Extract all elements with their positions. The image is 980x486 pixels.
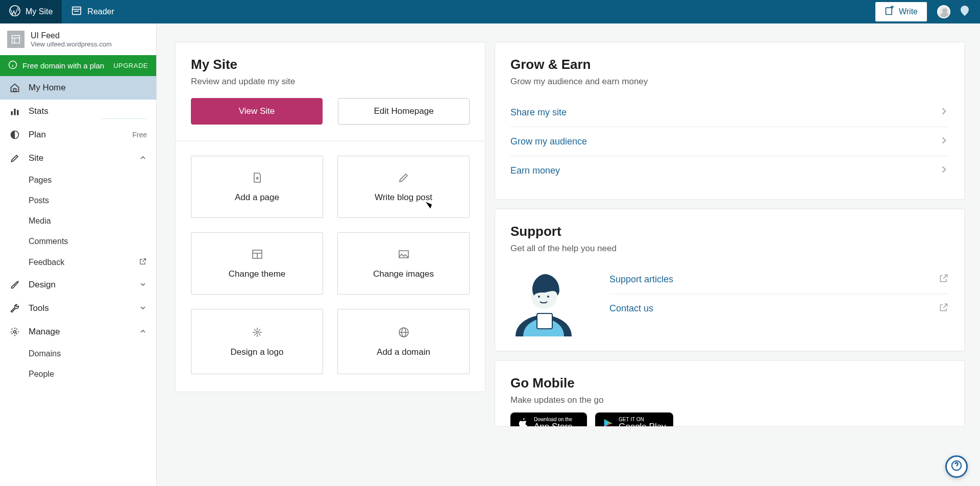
apple-icon [518,417,529,427]
svg-line-33 [259,334,260,335]
masterbar-reader-label: Reader [87,7,114,16]
tile-change-theme[interactable]: Change theme [191,232,323,295]
support-link-articles[interactable]: Support articles [609,265,949,294]
sidebar-sub-label: Pages [29,176,52,185]
svg-rect-39 [537,313,552,329]
external-icon [939,302,949,314]
info-icon [8,60,17,71]
link-label: Grow my audience [510,136,587,147]
link-label: Earn money [510,165,560,176]
link-label: Share my site [510,107,567,118]
write-button-label: Write [899,7,918,16]
card-desc: Get all of the help you need [510,244,949,254]
card-desc: Review and update my site [191,77,470,87]
svg-rect-13 [14,89,16,92]
me-avatar[interactable] [937,5,950,18]
svg-line-35 [259,329,260,331]
sidebar-sub-posts[interactable]: Posts [0,190,156,211]
sidebar-item-site[interactable]: Site [0,147,156,170]
grow-link-share[interactable]: Share my site [510,98,949,127]
write-icon [885,6,895,18]
sidebar-sub-label: People [29,370,54,379]
help-fab[interactable] [945,455,968,478]
magic-pencil-icon [398,172,410,186]
sidebar-item-label: Plan [29,130,46,140]
card-desc: Make updates on the go [510,395,949,405]
sidebar-item-manage[interactable]: Manage [0,320,156,344]
tile-label: Write blog post [375,192,432,203]
help-icon [951,460,962,473]
sidebar-sub-label: Feedback [29,258,64,267]
external-icon [139,257,147,268]
chevron-right-icon [939,106,949,118]
masterbar-reader[interactable]: Reader [62,0,123,23]
reader-icon [71,5,82,18]
tile-add-domain[interactable]: Add a domain [337,309,470,374]
tile-add-page[interactable]: Add a page [191,156,323,218]
sidebar-item-label: Stats [29,106,48,116]
write-button[interactable]: Write [875,2,927,21]
sidebar-item-label: Tools [29,303,49,313]
svg-line-34 [254,334,256,335]
svg-rect-14 [11,111,13,115]
site-switcher[interactable]: UI Feed View uifeed.wordpress.com [0,23,156,55]
notifications-icon[interactable] [959,5,971,19]
site-thumb-icon [7,31,24,48]
sidebar-item-home[interactable]: My Home [0,76,156,100]
flare-icon [251,326,263,341]
sidebar-sub-feedback[interactable]: Feedback [0,252,156,273]
google-play-badge[interactable]: GET IT ONGoogle Play [595,412,673,427]
masterbar: My Site Reader Write [0,0,980,23]
sidebar-sub-people[interactable]: People [0,364,156,384]
upgrade-banner[interactable]: Free domain with a plan UPGRADE [0,55,156,76]
svg-point-27 [256,331,258,333]
sidebar-sub-label: Media [29,216,51,226]
support-card: Support Get all of the help you need [495,209,965,351]
sidebar-item-tools[interactable]: Tools [0,297,156,320]
tile-design-logo[interactable]: Design a logo [191,309,323,374]
grow-link-earn[interactable]: Earn money [510,156,949,185]
svg-point-41 [538,296,540,298]
grow-link-audience[interactable]: Grow my audience [510,127,949,156]
sidebar-item-label: Design [29,280,56,290]
stats-icon [9,106,20,116]
tile-write-post[interactable]: Write blog post [337,156,470,218]
pencil-icon [9,153,20,163]
support-link-contact[interactable]: Contact us [609,294,949,323]
mysite-card-header: My Site Review and update my site View S… [175,42,485,141]
sidebar-item-design[interactable]: Design [0,273,156,297]
home-icon [9,83,20,93]
sidebar-item-stats[interactable]: Stats [0,100,156,123]
masterbar-my-site[interactable]: My Site [0,0,62,23]
sidebar-item-label: My Home [29,83,66,93]
tile-change-images[interactable]: Change images [337,232,470,295]
plan-badge: Free [132,131,147,139]
sidebar-sub-label: Comments [29,237,68,246]
sidebar-sub-comments[interactable]: Comments [0,231,156,252]
view-site-button[interactable]: View Site [191,98,323,125]
upgrade-cta: UPGRADE [113,62,148,69]
chevron-right-icon [939,164,949,177]
masterbar-spacer [124,0,875,23]
upgrade-label: Free domain with a plan [22,61,108,70]
gear-icon [9,327,20,337]
card-title: Support [510,224,949,239]
sidebar-sub-pages[interactable]: Pages [0,170,156,190]
view-site-label: View Site [239,106,275,116]
sidebar-sub-domains[interactable]: Domains [0,344,156,364]
card-title: My Site [191,57,470,72]
layout-icon [251,248,263,263]
chevron-right-icon [939,135,949,148]
app-store-badge[interactable]: Download on theApp Store [510,412,587,427]
page-plus-icon [251,172,263,186]
badge-large: App Store [534,422,573,427]
edit-homepage-button[interactable]: Edit Homepage [338,98,470,125]
sidebar-item-label: Site [29,153,43,163]
sidebar-sub-media[interactable]: Media [0,211,156,231]
link-label: Contact us [609,303,653,314]
quick-actions-grid: Add a page Write blog post Change theme … [175,141,485,392]
sidebar-item-label: Manage [29,327,60,337]
site-name: UI Feed [31,31,112,40]
chevron-up-icon [139,154,147,163]
sidebar-item-plan[interactable]: Plan Free [0,123,156,147]
